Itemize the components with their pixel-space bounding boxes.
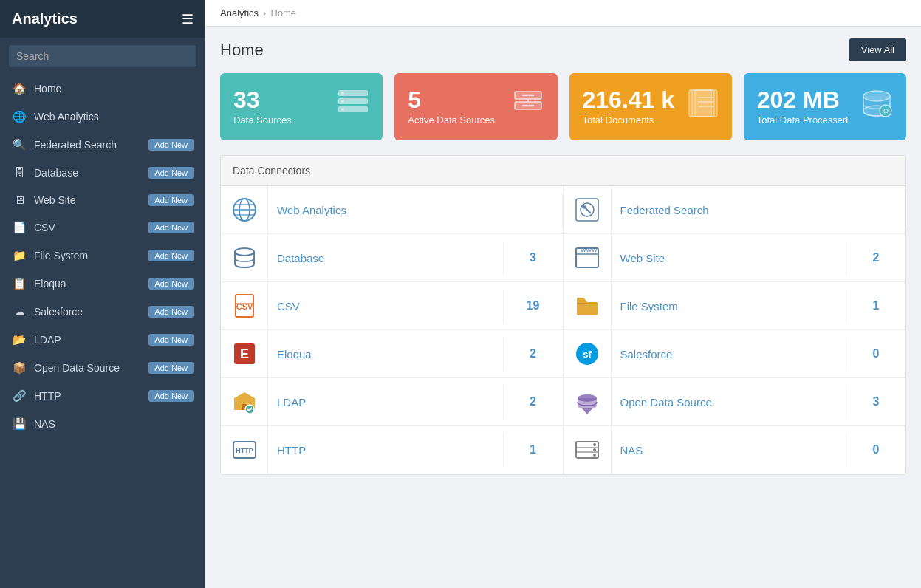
sidebar-label-web-analytics: Web Analytics bbox=[34, 111, 99, 123]
connector-count-ldap: 2 bbox=[504, 385, 563, 419]
connector-name-eloqua: Eloqua bbox=[268, 338, 504, 371]
stat-label-active-data-sources: Active Data Sources bbox=[408, 114, 495, 126]
search-container bbox=[0, 38, 205, 75]
connector-row-file-system[interactable]: File System1 bbox=[564, 282, 906, 330]
add-new-btn-database[interactable]: Add New bbox=[148, 167, 194, 179]
add-new-btn-open-data-source[interactable]: Add New bbox=[148, 362, 194, 374]
svg-point-26 bbox=[582, 205, 586, 209]
stat-label-total-documents: Total Documents bbox=[583, 114, 675, 126]
page-title: Home bbox=[220, 41, 264, 60]
connector-icon-nas bbox=[564, 426, 612, 474]
connector-row-csv[interactable]: CSVCSV19 bbox=[221, 282, 564, 330]
connector-count-csv: 19 bbox=[504, 289, 563, 323]
add-new-btn-file-system[interactable]: Add New bbox=[148, 250, 194, 261]
svg-text:WWW: WWW bbox=[581, 247, 598, 253]
stat-number-active-data-sources: 5 bbox=[408, 88, 495, 112]
connector-row-web-analytics[interactable]: Web Analytics bbox=[221, 186, 564, 234]
ldap-icon: 📂 bbox=[12, 333, 27, 346]
connector-icon-federated-search bbox=[564, 186, 612, 233]
connector-row-web-site[interactable]: WWWWeb Site2 bbox=[564, 234, 906, 282]
connector-name-database: Database bbox=[268, 242, 504, 275]
connector-name-web-site: Web Site bbox=[612, 242, 847, 275]
connector-row-database[interactable]: Database3 bbox=[221, 234, 564, 282]
sidebar-item-federated-search[interactable]: 🔍Federated SearchAdd New bbox=[0, 131, 205, 159]
add-new-btn-http[interactable]: Add New bbox=[148, 390, 194, 402]
connector-name-open-data-source: Open Data Source bbox=[612, 386, 847, 419]
svg-rect-10 bbox=[695, 90, 717, 117]
add-new-btn-federated-search[interactable]: Add New bbox=[148, 139, 194, 151]
search-input[interactable] bbox=[9, 45, 196, 67]
open-data-source-icon: 📦 bbox=[12, 361, 27, 375]
connector-name-nas: NAS bbox=[612, 434, 847, 467]
sidebar-label-eloqua: Eloqua bbox=[34, 278, 66, 290]
add-new-btn-csv[interactable]: Add New bbox=[148, 222, 194, 233]
stat-icon-total-documents bbox=[686, 89, 719, 125]
svg-point-45 bbox=[593, 443, 596, 446]
svg-point-5 bbox=[341, 108, 344, 111]
sidebar-item-salesforce[interactable]: ☁SalesforceAdd New bbox=[0, 298, 205, 326]
stat-card-active-data-sources[interactable]: 5Active Data Sources bbox=[394, 73, 557, 140]
stat-card-total-documents[interactable]: 216.41 kTotal Documents bbox=[569, 73, 732, 140]
sidebar-item-eloqua[interactable]: 📋EloquaAdd New bbox=[0, 270, 205, 298]
connector-row-salesforce[interactable]: sfSalesforce0 bbox=[564, 330, 906, 378]
web-site-icon: 🖥 bbox=[12, 194, 27, 206]
svg-point-46 bbox=[593, 448, 596, 451]
connector-name-ldap: LDAP bbox=[268, 386, 504, 419]
connector-row-nas[interactable]: NAS0 bbox=[564, 426, 906, 474]
connector-count-nas: 0 bbox=[846, 433, 905, 467]
connector-icon-file-system bbox=[564, 282, 612, 329]
add-new-btn-salesforce[interactable]: Add New bbox=[148, 306, 194, 318]
add-new-btn-ldap[interactable]: Add New bbox=[148, 334, 194, 346]
stat-card-data-sources[interactable]: 33Data Sources bbox=[220, 73, 383, 140]
sidebar-item-file-system[interactable]: 📁File SystemAdd New bbox=[0, 242, 205, 270]
sidebar-item-nas[interactable]: 💾NAS bbox=[0, 410, 205, 438]
connector-row-eloqua[interactable]: EEloqua2 bbox=[221, 330, 564, 378]
connector-icon-eloqua: E bbox=[221, 330, 268, 377]
hamburger-icon[interactable]: ☰ bbox=[182, 11, 194, 27]
stat-label-data-sources: Data Sources bbox=[233, 114, 292, 126]
connector-row-http[interactable]: HTTPHTTP1 bbox=[221, 426, 564, 474]
content-area: Home View All 33Data Sources 5Active Dat… bbox=[205, 27, 921, 487]
sidebar-label-home: Home bbox=[34, 83, 61, 95]
connector-row-federated-search[interactable]: Federated Search bbox=[564, 186, 906, 234]
sidebar-item-csv[interactable]: 📄CSVAdd New bbox=[0, 213, 205, 242]
sidebar-item-web-site[interactable]: 🖥Web SiteAdd New bbox=[0, 186, 205, 213]
federated-search-icon: 🔍 bbox=[12, 138, 27, 151]
sidebar-header: Analytics ☰ bbox=[0, 0, 205, 38]
svg-point-3 bbox=[341, 92, 344, 95]
sidebar-item-web-analytics[interactable]: 🌐Web Analytics bbox=[0, 103, 205, 131]
stat-icon-total-data-processed: ⚙ bbox=[860, 89, 893, 125]
connector-row-ldap[interactable]: LDAP2 bbox=[221, 378, 564, 426]
connector-name-web-analytics: Web Analytics bbox=[268, 194, 563, 227]
connector-icon-web-site: WWW bbox=[564, 234, 612, 281]
connector-row-open-data-source[interactable]: Open Data Source3 bbox=[564, 378, 906, 426]
svg-point-47 bbox=[593, 454, 596, 457]
add-new-btn-eloqua[interactable]: Add New bbox=[148, 278, 194, 290]
content-header: Home View All bbox=[220, 38, 906, 61]
sidebar: Analytics ☰ 🏠Home🌐Web Analytics🔍Federate… bbox=[0, 0, 205, 588]
sidebar-label-web-site: Web Site bbox=[34, 194, 76, 206]
http-icon: 🔗 bbox=[12, 389, 27, 403]
sidebar-nav: 🏠Home🌐Web Analytics🔍Federated SearchAdd … bbox=[0, 75, 205, 438]
sidebar-item-home[interactable]: 🏠Home bbox=[0, 75, 205, 103]
connector-name-federated-search: Federated Search bbox=[612, 194, 906, 227]
view-all-button[interactable]: View All bbox=[849, 38, 906, 61]
file-system-icon: 📁 bbox=[12, 249, 27, 262]
add-new-btn-web-site[interactable]: Add New bbox=[148, 194, 194, 206]
web-analytics-icon: 🌐 bbox=[12, 110, 27, 123]
svg-text:sf: sf bbox=[583, 349, 592, 360]
connector-icon-csv: CSV bbox=[221, 282, 268, 329]
stat-number-data-sources: 33 bbox=[233, 88, 292, 112]
sidebar-item-http[interactable]: 🔗HTTPAdd New bbox=[0, 382, 205, 410]
svg-point-4 bbox=[341, 100, 344, 103]
sidebar-label-open-data-source: Open Data Source bbox=[34, 362, 120, 374]
connector-icon-database bbox=[221, 234, 268, 281]
sidebar-item-ldap[interactable]: 📂LDAPAdd New bbox=[0, 326, 205, 354]
sidebar-item-database[interactable]: 🗄DatabaseAdd New bbox=[0, 159, 205, 186]
connector-icon-http: HTTP bbox=[221, 426, 268, 474]
stat-number-total-data-processed: 202 MB bbox=[757, 88, 849, 112]
connectors-grid: Web AnalyticsFederated SearchDatabase3WW… bbox=[221, 186, 905, 474]
stat-card-total-data-processed[interactable]: 202 MBTotal Data Processed ⚙ bbox=[744, 73, 906, 140]
sidebar-item-open-data-source[interactable]: 📦Open Data SourceAdd New bbox=[0, 354, 205, 382]
connector-name-salesforce: Salesforce bbox=[612, 338, 847, 371]
